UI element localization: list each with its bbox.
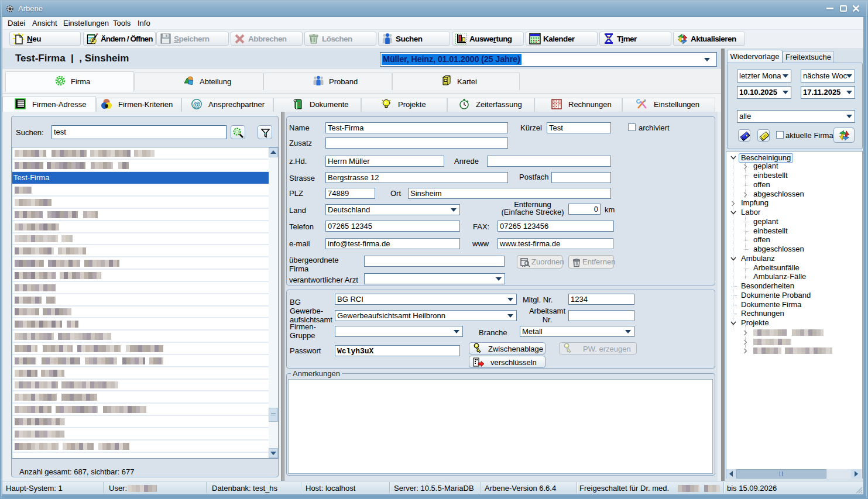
svg-text:@: @ — [193, 100, 201, 109]
